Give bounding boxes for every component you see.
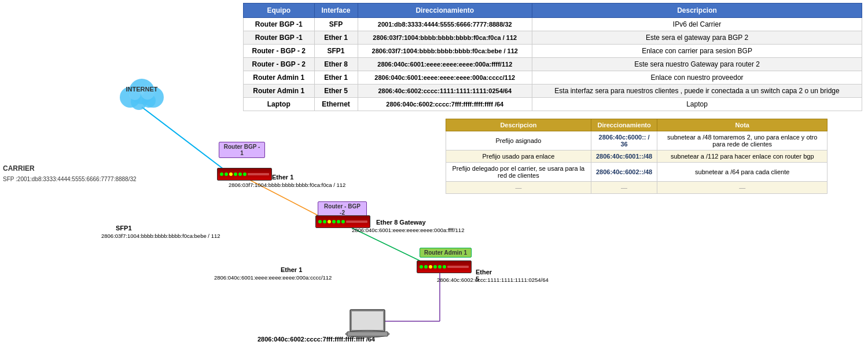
lower-table-section: Descripcion Direccionamiento Nota Prefij… [446,119,827,194]
lower-table-cell-3-2: — [657,182,827,194]
carrier-sfp-text: SFP :2001:db8:3333:4444:5555:6666:7777:8… [3,176,137,182]
lower-table-row: ——— [446,182,827,194]
network-diagram: INTERNET CARRIER SFP :2001:db8:3333:4444… [0,0,446,360]
svg-rect-13 [352,311,383,330]
table-cell-2-3: Enlace con carrier para sesion BGP [532,45,862,58]
lower-table-cell-2-1: 2806:40c:6002::/48 [591,163,657,182]
ether1-bgp1-label: Ether 1 [272,174,293,181]
router-admin1-device [417,260,472,273]
lower-table-cell-2-0: Prefijo delegado por el carrier, se usar… [446,163,591,182]
lower-table: Descripcion Direccionamiento Nota Prefij… [446,119,827,194]
table-cell-6-3: Laptop [532,98,862,111]
lower-table-row: Prefijo asignado2806:40c:6000:: / 36subn… [446,131,827,150]
table-cell-3-3: Este sera nuestro Gateway para router 2 [532,58,862,71]
internet-cloud: INTERNET [107,69,176,116]
internet-label: INTERNET [126,86,158,93]
svg-line-0 [142,107,226,171]
router-bgp1-device [217,168,272,181]
ether1-admin1-label: Ether 1 [281,266,302,273]
lower-table-cell-3-0: — [446,182,591,194]
lower-table-cell-2-2: subnetear a /64 para cada cliente [657,163,827,182]
ether8-gateway-label: Ether 8 Gateway [376,219,426,226]
laptop-svg [344,307,396,344]
lower-table-cell-1-1: 2806:40c:6001::/48 [591,150,657,163]
carrier-text-line1: CARRIER [3,164,35,172]
lower-col-header-dir: Direccionamiento [591,119,657,131]
svg-rect-15 [347,332,388,336]
sfp1-label: SFP1 [116,225,132,232]
lower-table-cell-0-1: 2806:40c:6000:: / 36 [591,131,657,150]
ether1-bgp1-addr: 2806:03f7:1004:bbbb:bbbb:bbbb:f0ca:f0ca … [229,182,345,188]
lower-table-cell-0-2: subnetear a /48 tomaremos 2, uno para en… [657,131,827,150]
cloud-svg [113,74,171,112]
table-cell-5-3: Esta interfaz sera para nuestros cliente… [532,85,862,98]
lower-table-cell-1-2: subnetear a /112 para hacer enlace con r… [657,150,827,163]
carrier-label: CARRIER SFP :2001:db8:3333:4444:5555:666… [3,163,137,184]
table-cell-1-3: Este sera el gateway para BGP 2 [532,31,862,45]
table-cell-4-3: Enlace con nuestro proveedor [532,71,862,85]
col-header-descripcion: Descripcion [532,3,862,18]
lower-col-header-nota: Nota [657,119,827,131]
laptop-icon [344,307,396,347]
router-admin1-label: Router Admin 1 [420,248,472,258]
ether5-addr: 2806:40c:6002:cccc:1111:1111:1111:0254/6… [437,277,549,283]
lower-table-row: Prefijo delegado por el carrier, se usar… [446,163,827,182]
lower-table-cell-1-0: Prefijo usado para enlace [446,150,591,163]
lower-table-cell-3-1: — [591,182,657,194]
table-cell-0-3: IPv6 del Carrier [532,18,862,31]
ether1-admin1-addr: 2806:040c:6001:eeee:eeee:eeee:000a:cccc/… [214,274,332,281]
sfp1-addr: 2806:03f7:1004:bbbb:bbbb:bbbb:f0ca:bebe … [101,233,220,239]
lower-col-header-desc: Descripcion [446,119,591,131]
lower-table-cell-0-0: Prefijo asignado [446,131,591,150]
ether8-gateway-addr: 2806:040c:6001:eeee:eeee:eeee:000a:ffff/… [352,227,464,233]
router-bgp1-label: Router BGP - 1 [219,142,265,158]
router-bgp2-device [315,215,370,228]
lower-table-row: Prefijo usado para enlace2806:40c:6001::… [446,150,827,163]
